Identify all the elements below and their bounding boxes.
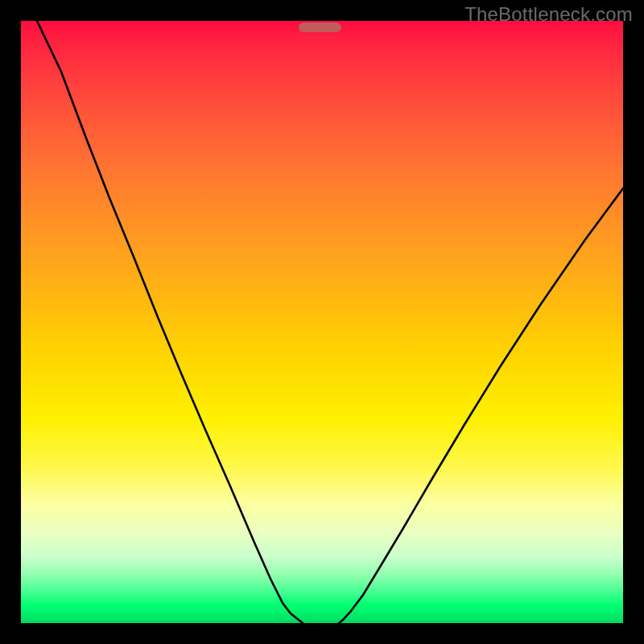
- optimal-range-marker: [299, 23, 341, 32]
- right-curve-path: [339, 188, 623, 623]
- chart-plot-area: [21, 21, 623, 623]
- watermark-text: TheBottleneck.com: [464, 3, 633, 26]
- bottleneck-curves: [21, 21, 623, 623]
- left-curve-path: [37, 21, 303, 623]
